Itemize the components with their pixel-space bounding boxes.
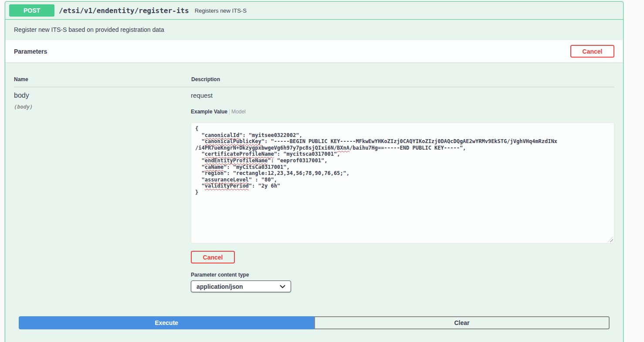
parameter-description-cell: request Example Value Model { "canonical… bbox=[191, 92, 614, 292]
example-model-tabs: Example Value Model bbox=[191, 109, 614, 115]
parameters-table: Name Description body (body) request Exa… bbox=[5, 62, 623, 301]
execute-button[interactable]: Execute bbox=[19, 316, 314, 329]
endpoint-path: /etsi/v1/endentity/register-its bbox=[59, 7, 189, 15]
content-type-select[interactable]: application/json bbox=[191, 280, 291, 292]
cancel-try-out-button[interactable]: Cancel bbox=[570, 45, 614, 58]
parameters-section-header: Parameters Cancel bbox=[5, 40, 623, 62]
tab-example-value[interactable]: Example Value bbox=[191, 109, 227, 115]
execute-button-group: Execute Clear bbox=[5, 311, 623, 334]
tab-model[interactable]: Model bbox=[231, 109, 246, 115]
parameter-description: request bbox=[191, 92, 614, 99]
chevron-down-icon bbox=[280, 283, 285, 290]
request-body-json: { "canonicalId": "myitsee0322002", "cano… bbox=[195, 126, 610, 196]
parameter-name-cell: body (body) bbox=[14, 92, 191, 292]
operation-panel: POST /etsi/v1/endentity/register-its Reg… bbox=[5, 1, 624, 342]
http-method-badge: POST bbox=[9, 4, 54, 17]
operation-description: Register new ITS-S based on provided reg… bbox=[5, 20, 623, 40]
operation-summary[interactable]: POST /etsi/v1/endentity/register-its Reg… bbox=[5, 2, 623, 20]
column-header-name: Name bbox=[14, 76, 191, 82]
parameters-table-header: Name Description bbox=[14, 71, 614, 87]
column-header-description: Description bbox=[191, 76, 614, 82]
clear-button[interactable]: Clear bbox=[314, 316, 610, 329]
tab-divider bbox=[229, 109, 230, 115]
parameter-location: (body) bbox=[14, 104, 191, 110]
content-type-selected-value: application/json bbox=[197, 283, 243, 290]
parameter-content-type-label: Parameter content type bbox=[191, 272, 614, 278]
endpoint-summary: Registers new ITS-S bbox=[195, 7, 247, 14]
parameters-title: Parameters bbox=[14, 48, 47, 55]
cancel-edit-button[interactable]: Cancel bbox=[191, 251, 235, 263]
parameter-name: body bbox=[14, 92, 191, 99]
request-body-editor[interactable]: { "canonicalId": "myitsee0322002", "cano… bbox=[191, 123, 614, 243]
parameter-row: body (body) request Example Value Model … bbox=[14, 87, 614, 292]
resize-handle[interactable] bbox=[608, 237, 613, 242]
